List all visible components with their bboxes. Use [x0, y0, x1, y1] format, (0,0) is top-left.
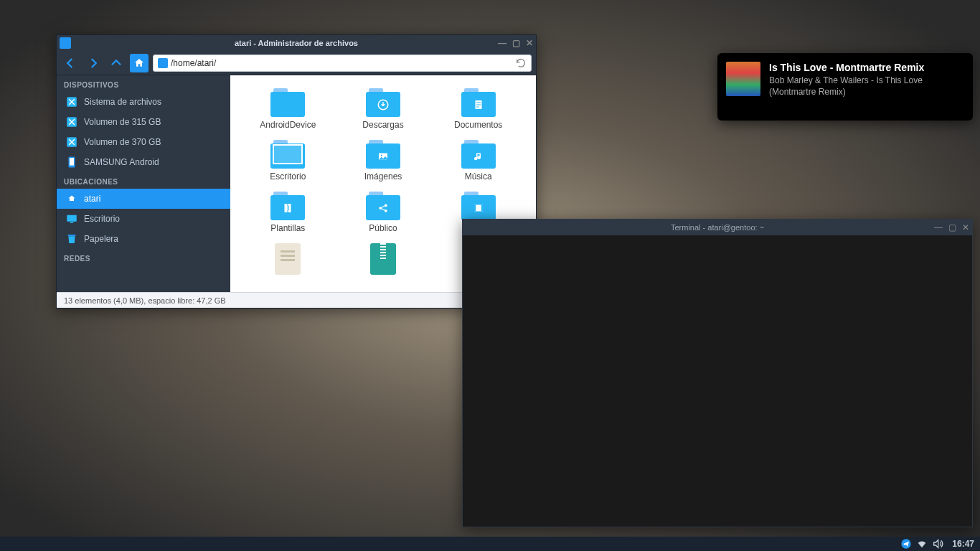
sidebar-item-label: Papelera	[84, 234, 118, 244]
home-button[interactable]	[130, 54, 149, 72]
maximize-button[interactable]: ▢	[948, 222, 956, 232]
sidebar-device-item[interactable]: Sistema de archivos	[57, 92, 230, 112]
file-manager-toolbar: /home/atari/	[57, 51, 536, 75]
sidebar-item-label: Escritorio	[84, 214, 120, 224]
folder-icon	[461, 192, 496, 220]
up-button[interactable]	[107, 54, 126, 72]
place-icon	[65, 212, 78, 225]
file-manager-titlebar[interactable]: atari - Administrador de archivos — ▢ ✕	[57, 35, 536, 51]
folder-icon	[270, 192, 305, 220]
sidebar-place-item[interactable]: Papelera	[57, 229, 230, 249]
album-art	[726, 62, 760, 96]
clock[interactable]: 16:47	[952, 539, 974, 549]
sidebar-place-item[interactable]: Escritorio	[57, 209, 230, 229]
svg-point-14	[379, 207, 382, 209]
terminal-titlebar[interactable]: Terminal - atari@gentoo: ~ — ▢ ✕	[463, 220, 972, 235]
file-item[interactable]: AndroidDevice	[240, 85, 336, 133]
svg-rect-8	[68, 235, 76, 236]
sidebar-item-label: Volumen de 315 GB	[84, 117, 161, 127]
place-icon	[65, 232, 78, 245]
folder-icon	[366, 88, 400, 117]
drive-icon	[65, 116, 78, 128]
file-label: Público	[369, 223, 397, 233]
folder-icon	[461, 88, 496, 117]
sidebar-device-item[interactable]: Volumen de 370 GB	[57, 132, 230, 152]
file-label: AndroidDevice	[260, 120, 316, 130]
drive-icon	[65, 156, 78, 169]
volume-icon[interactable]	[932, 538, 943, 550]
folder-icon	[366, 140, 400, 169]
file-item[interactable]: Imágenes	[336, 137, 431, 184]
drive-icon	[65, 136, 78, 149]
sidebar-header-places: UBICACIONES	[57, 172, 230, 189]
sidebar: DISPOSITIVOS Sistema de archivosVolumen …	[57, 75, 230, 292]
maximize-button[interactable]: ▢	[512, 38, 520, 48]
sidebar-item-label: atari	[84, 194, 100, 204]
terminal-window: Terminal - atari@gentoo: ~ — ▢ ✕	[462, 219, 973, 527]
status-text: 13 elementos (4,0 MB), espacio libre: 47…	[64, 296, 226, 305]
folder-icon	[366, 192, 400, 220]
place-icon	[65, 192, 78, 205]
file-item[interactable]: Escritorio	[240, 137, 336, 184]
svg-point-12	[381, 154, 382, 156]
terminal-output[interactable]	[463, 235, 972, 527]
drive-icon	[65, 95, 78, 108]
terminal-title: Terminal - atari@gentoo: ~	[671, 223, 764, 232]
folder-icon	[461, 140, 496, 169]
file-item[interactable]: Público	[336, 189, 431, 236]
path-text: /home/atari/	[171, 58, 216, 68]
sidebar-place-item[interactable]: atari	[57, 189, 230, 209]
sidebar-device-item[interactable]: Volumen de 315 GB	[57, 112, 230, 132]
file-item[interactable]: Descargas	[336, 85, 431, 133]
window-title: atari - Administrador de archivos	[235, 39, 358, 47]
back-button[interactable]	[61, 54, 80, 72]
path-bar[interactable]: /home/atari/	[153, 55, 532, 72]
file-item[interactable]	[240, 240, 336, 281]
file-manager-icon	[60, 37, 71, 49]
folder-icon	[270, 140, 305, 169]
telegram-icon[interactable]	[900, 538, 912, 550]
svg-point-16	[385, 209, 387, 212]
file-label: Documentos	[454, 120, 502, 130]
file-item[interactable]: Música	[430, 137, 526, 184]
file-item[interactable]	[336, 240, 431, 281]
svg-point-15	[385, 204, 387, 207]
folder-icon	[158, 58, 168, 68]
reload-button[interactable]	[515, 57, 527, 69]
sidebar-item-label: SAMSUNG Android	[84, 157, 159, 167]
music-notification[interactable]: Is This Love - Montmartre Remix Bob Marl…	[717, 53, 973, 121]
file-item[interactable]: Plantillas	[240, 189, 336, 236]
sidebar-device-item[interactable]: SAMSUNG Android	[57, 152, 230, 172]
forward-button[interactable]	[84, 54, 103, 72]
file-label: Escritorio	[270, 171, 306, 182]
system-tray: 16:47	[900, 538, 977, 550]
document-icon	[275, 243, 301, 275]
taskbar: 16:47	[0, 537, 980, 551]
close-button[interactable]: ✕	[526, 38, 533, 48]
archive-icon	[370, 243, 396, 275]
file-label: Descargas	[362, 120, 403, 130]
folder-icon	[270, 88, 305, 117]
wifi-icon[interactable]	[916, 538, 928, 550]
file-item[interactable]: Documentos	[430, 85, 526, 133]
minimize-button[interactable]: —	[498, 38, 507, 48]
sidebar-item-label: Sistema de archivos	[84, 97, 161, 107]
file-label: Imágenes	[364, 171, 402, 182]
minimize-button[interactable]: —	[934, 222, 943, 232]
sidebar-item-label: Volumen de 370 GB	[84, 137, 161, 147]
svg-rect-19	[481, 205, 482, 212]
notification-title: Is This Love - Montmartre Remix	[769, 62, 964, 73]
sidebar-header-devices: DISPOSITIVOS	[57, 75, 230, 92]
svg-rect-6	[67, 215, 77, 222]
svg-rect-4	[70, 158, 74, 166]
file-label: Plantillas	[270, 223, 305, 233]
close-button[interactable]: ✕	[962, 222, 969, 232]
file-label: Música	[465, 171, 492, 182]
svg-rect-7	[70, 222, 74, 224]
notification-subtitle: Bob Marley & The Wailers - Is This Love …	[769, 75, 964, 98]
sidebar-header-network: REDES	[57, 249, 230, 265]
svg-rect-18	[474, 205, 476, 212]
